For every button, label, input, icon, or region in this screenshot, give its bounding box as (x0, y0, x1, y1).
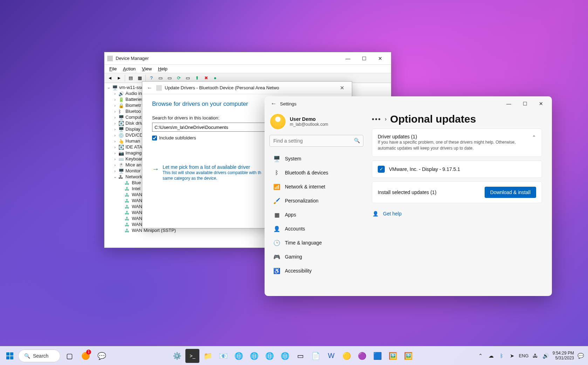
expand-icon[interactable]: › (113, 157, 117, 161)
category-icon: 🖧 (118, 174, 124, 179)
taskbar-app[interactable]: 🟣 (355, 349, 369, 363)
toolbar-forward-icon[interactable]: ► (115, 74, 123, 82)
expand-icon[interactable]: › (113, 109, 117, 113)
taskbar-app[interactable]: 🟠1 (78, 349, 93, 363)
driver-item-row[interactable]: ✓ VMware, Inc. - Display - 9.17.5.1 (372, 160, 542, 178)
taskbar-app-explorer[interactable]: 📁 (201, 349, 215, 363)
expand-icon[interactable]: › (113, 133, 117, 137)
taskbar-app-notepad[interactable]: 📄 (309, 349, 323, 363)
settings-topbar: ← Settings ― ☐ ✕ (265, 96, 552, 111)
svg-rect-1 (10, 352, 13, 356)
tray-notifications-icon[interactable]: 💬 (577, 352, 584, 360)
toolbar-icon[interactable]: ▭ (156, 74, 165, 82)
toolbar-add-icon[interactable]: ● (211, 74, 219, 82)
toolbar-update-icon[interactable]: ⬆ (193, 74, 201, 82)
back-icon[interactable]: ← (146, 84, 153, 92)
toolbar-properties-icon[interactable]: ▦ (136, 74, 144, 82)
tray-bluetooth-icon[interactable]: ᛒ (498, 352, 505, 360)
expand-icon[interactable]: › (113, 115, 117, 119)
expand-icon[interactable]: › (113, 121, 117, 125)
sidebar-item-personalization[interactable]: 🖌️Personalization (269, 194, 363, 208)
expand-icon[interactable]: › (113, 127, 117, 131)
taskbar-app-outlook[interactable]: 📧 (216, 349, 230, 363)
tray-onedrive-icon[interactable]: ☁ (487, 352, 495, 360)
adapter-icon: 🖧 (125, 192, 130, 197)
taskbar-app-chrome[interactable]: 🟡 (340, 349, 354, 363)
expand-icon[interactable]: › (113, 169, 117, 173)
maximize-button[interactable]: ☐ (356, 52, 372, 65)
download-install-button[interactable]: Download & install (485, 187, 536, 198)
close-button[interactable]: ✕ (372, 52, 388, 65)
driver-item-checkbox[interactable]: ✓ (378, 166, 385, 173)
toolbar-icon[interactable]: ▭ (165, 74, 174, 82)
toolbar-scan-icon[interactable]: ⟳ (175, 74, 183, 82)
device-manager-titlebar[interactable]: Device Manager ― ☐ ✕ (104, 52, 391, 65)
taskbar-app[interactable]: ▭ (293, 349, 307, 363)
driver-updates-card[interactable]: Driver updates (1) If you have a specifi… (372, 129, 542, 157)
close-icon[interactable]: ✕ (336, 82, 348, 94)
taskbar-app[interactable]: 🟦 (370, 349, 384, 363)
taskbar-app-edge-dev[interactable]: 🌐 (262, 349, 276, 363)
chevron-up-icon[interactable]: ⌃ (532, 134, 536, 140)
taskbar-app[interactable]: 🖼️ (401, 349, 415, 363)
get-help-row[interactable]: 👤 Get help (372, 210, 542, 217)
pick-from-list-title: Let me pick from a list of available dri… (163, 164, 261, 170)
menu-help[interactable]: Help (155, 66, 170, 72)
tray-chevron-icon[interactable]: ⌃ (477, 352, 484, 360)
sidebar-item-network-internet[interactable]: 📶Network & internet (269, 180, 363, 194)
taskbar-app-terminal[interactable]: >_ (185, 349, 199, 363)
overflow-icon[interactable]: ••• (372, 115, 381, 123)
accessibility-icon: ♿ (273, 267, 281, 275)
sidebar-item-accounts[interactable]: 👤Accounts (269, 222, 363, 236)
settings-search[interactable]: 🔍 (269, 135, 363, 147)
toolbar-icon[interactable]: ▭ (184, 74, 192, 82)
tray-language[interactable]: ENG (519, 353, 528, 358)
tray-network-icon[interactable]: 🖧 (532, 352, 539, 360)
minimize-button[interactable]: ― (340, 52, 356, 65)
maximize-button[interactable]: ☐ (517, 97, 533, 110)
collapse-icon[interactable]: ⌄ (107, 85, 111, 90)
back-icon[interactable]: ← (267, 97, 280, 110)
expand-icon[interactable]: ⌄ (113, 174, 117, 179)
taskbar-app-edge[interactable]: 🌐 (232, 349, 246, 363)
sidebar-item-gaming[interactable]: 🎮Gaming (269, 250, 363, 264)
expand-icon[interactable]: › (113, 163, 117, 167)
minimize-button[interactable]: ― (501, 97, 517, 110)
taskbar-app-settings[interactable]: ⚙️ (170, 349, 184, 363)
sidebar-item-time-language[interactable]: 🕒Time & language (269, 236, 363, 250)
sidebar-item-system[interactable]: 🖥️System (269, 152, 363, 166)
include-subfolders-input[interactable] (152, 136, 157, 140)
menu-view[interactable]: View (139, 66, 155, 72)
expand-icon[interactable]: › (113, 151, 117, 155)
sidebar-item-apps[interactable]: ▦Apps (269, 208, 363, 222)
tray-volume-icon[interactable]: 🔊 (542, 352, 550, 360)
toolbar-show-hide-icon[interactable]: ▤ (127, 74, 135, 82)
sidebar-item-accessibility[interactable]: ♿Accessibility (269, 264, 363, 278)
user-profile[interactable]: User Demo m_lab@outlook.com (269, 113, 363, 130)
taskbar-app-edge-canary[interactable]: 🌐 (278, 349, 292, 363)
start-button[interactable] (4, 350, 16, 362)
expand-icon[interactable]: › (113, 91, 117, 96)
menu-action[interactable]: Action (120, 66, 138, 72)
taskbar-clock[interactable]: 9:54:29 PM 5/31/2023 (553, 351, 574, 361)
taskbar-app-edge-beta[interactable]: 🌐 (247, 349, 261, 363)
expand-icon[interactable]: › (113, 103, 117, 108)
taskbar-search[interactable]: 🔍 Search (18, 350, 60, 362)
settings-window[interactable]: ← Settings ― ☐ ✕ User Demo m_lab@outlook… (265, 96, 552, 296)
expand-icon[interactable]: › (113, 97, 117, 102)
sidebar-item-bluetooth-devices[interactable]: ᛒBluetooth & devices (269, 166, 363, 180)
toolbar-uninstall-icon[interactable]: ✖ (202, 74, 210, 82)
toolbar-help-icon[interactable]: ? (147, 74, 156, 82)
toolbar-back-icon[interactable]: ◄ (106, 74, 114, 82)
expand-icon[interactable]: › (113, 145, 117, 149)
menu-file[interactable]: File (107, 66, 119, 72)
taskbar-app-chat[interactable]: 💬 (95, 349, 109, 363)
taskbar-app-word[interactable]: W (324, 349, 338, 363)
get-help-link[interactable]: Get help (383, 211, 402, 216)
search-input[interactable] (269, 135, 363, 147)
taskbar-app-photos[interactable]: 🖼️ (386, 349, 400, 363)
close-button[interactable]: ✕ (533, 97, 549, 110)
tray-location-icon[interactable]: ➤ (508, 352, 516, 360)
task-view-icon[interactable]: ▢ (62, 349, 76, 363)
expand-icon[interactable]: › (113, 139, 117, 143)
